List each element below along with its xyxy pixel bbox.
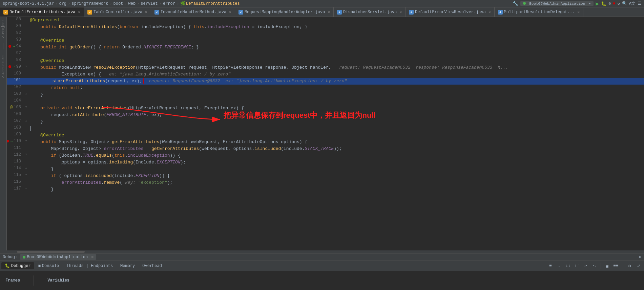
breadcrumb-item-jar[interactable]: spring-boot-2.4.1.jar	[3, 1, 54, 6]
tab-debugger[interactable]: 🐛 Debugger	[1, 262, 34, 269]
breadcrumb-item-org[interactable]: org	[59, 1, 66, 6]
line-code-92	[28, 30, 644, 37]
tab-icon-java4: J	[238, 10, 243, 15]
code-line-101: 101 storeErrorAttributes(request, ex); r…	[7, 78, 644, 85]
debug-run-icon[interactable]: 🐛	[601, 1, 606, 6]
toolbar-step-out-icon[interactable]: ↑↑	[573, 262, 581, 270]
tab-close-icon[interactable]: ✕	[78, 10, 80, 14]
console-label: Console	[42, 264, 59, 268]
toolbar-step-over-icon[interactable]: ↓	[555, 262, 563, 270]
breadcrumb-item-class[interactable]: DefaultErrorAttributes	[186, 1, 240, 6]
code-line-108: 108	[7, 125, 644, 132]
tab-invocablehandlermethod[interactable]: J InvocableHandlerMethod.java ✕	[151, 7, 235, 17]
toolbar-list-icon[interactable]: ≡≡	[612, 262, 620, 270]
debug-bar: Debug: Boot05WebAdminApplication ✕ ⚙	[0, 253, 644, 261]
tab-icon-java2: J	[87, 10, 92, 15]
menu-icon[interactable]: ☰	[638, 1, 641, 6]
tab-defaulterrorviewresolver[interactable]: J DefaultErrorViewResolver.java ✕	[406, 7, 494, 17]
sidebar-project-label[interactable]: Z-Project	[1, 18, 5, 39]
tab-requestmappinghandleradapter[interactable]: J RequestMappingHandlerAdapter.java ✕	[235, 7, 334, 17]
tab-close-icon3[interactable]: ✕	[229, 10, 231, 14]
debug-settings-icon[interactable]: ⚙	[639, 254, 641, 260]
toolbar-settings-icon[interactable]: ⚙	[626, 262, 634, 270]
debug-session-badge[interactable]: Boot05WebAdminApplication ✕	[20, 254, 96, 260]
breadcrumb-item-web[interactable]: web	[128, 1, 136, 6]
breadcrumb-item-error[interactable]: error	[163, 1, 175, 6]
tab-tablecontroller[interactable]: J TableController.java ✕	[84, 7, 151, 17]
toolbar-grid-icon[interactable]: ▣	[603, 262, 611, 270]
breadcrumb-bar: spring-boot-2.4.1.jar › org › springfram…	[0, 0, 644, 7]
line-num-117: 117	[7, 186, 24, 191]
tab-label: DefaultErrorAttributes.java	[9, 10, 75, 15]
code-line-117: 117 ▵ }	[7, 186, 644, 193]
tab-label: RequestMappingHandlerAdapter.java	[245, 10, 325, 15]
toolbar-rerun-icon[interactable]: ↩	[582, 262, 590, 270]
line-num-93: 93	[7, 37, 24, 42]
tab-defaulterrorattributes[interactable]: J DefaultErrorAttributes.java ✕	[0, 7, 84, 17]
line-num-110: →110	[7, 139, 24, 143]
top-bar-right: 🔧 Boot05WebAdminApplication ▾ ▶ 🐛 ⚙ ■ ↺ …	[513, 0, 641, 7]
toolbar-step-into-icon[interactable]: ↓↓	[564, 262, 572, 270]
editor-main: Z-Project Z-Structure 88 @Deprecated 89 …	[0, 17, 644, 250]
tab-close-icon5[interactable]: ✕	[399, 10, 402, 14]
line-code-109: @Override	[28, 132, 644, 139]
run-icon[interactable]: ▶	[596, 0, 599, 7]
console-icon: ▣	[38, 263, 41, 268]
tab-close-icon4[interactable]: ✕	[328, 10, 330, 14]
breadcrumb-item-springframework[interactable]: springframework	[71, 1, 108, 6]
toolbar-separator2	[622, 263, 622, 269]
tab-icon-java6: J	[409, 10, 414, 15]
breadcrumb-item-boot[interactable]: boot	[113, 1, 123, 6]
code-editor[interactable]: 88 @Deprecated 89 public DefaultErrorAtt…	[7, 17, 644, 250]
favicon-icon: 🌿	[180, 1, 185, 6]
line-num-103: 103	[7, 91, 24, 96]
line-num-105: @105	[7, 105, 24, 110]
code-line-97: 97	[7, 51, 644, 58]
debug-session-name: Boot05WebAdminApplication	[27, 255, 88, 260]
line-code-100: Exception ex) { ex: "java.lang.Arithmeti…	[28, 71, 644, 78]
code-line-112: 112 ▾ if (Boolean.TRUE.equals(this.inclu…	[7, 152, 644, 159]
code-area: 88 @Deprecated 89 public DefaultErrorAtt…	[7, 17, 644, 250]
line-code-116: errorAttributes.remove( key: "exception"…	[28, 179, 644, 186]
tab-threads-endpoints[interactable]: Threads | Endpoints	[63, 263, 116, 269]
code-line-88: 88 @Deprecated	[7, 17, 644, 24]
search-icon[interactable]: 🔍	[622, 1, 627, 6]
line-code-111: Map<String, Object> errorAttributes = ge…	[28, 146, 644, 152]
line-code-115: if (!options.isIncluded(Include.EXCEPTIO…	[28, 173, 644, 179]
tab-label: DispatcherServlet.java	[343, 10, 397, 15]
translate-icon[interactable]: A文	[629, 1, 636, 6]
breadcrumb-item-servlet[interactable]: servlet	[141, 1, 158, 6]
horizontal-scrollbar[interactable]	[0, 250, 644, 253]
app-dropdown-icon[interactable]: ▾	[589, 2, 591, 6]
toolbar-redo-icon[interactable]: ↪	[590, 262, 599, 270]
tab-icon-java7: J	[498, 10, 503, 15]
line-num-109: 109	[7, 132, 24, 137]
code-line-104: 104	[7, 98, 644, 105]
code-line-103: 103 ▵ }	[7, 91, 644, 98]
tab-dispatcherservlet[interactable]: J DispatcherServlet.java ✕	[334, 7, 406, 17]
tab-overhead[interactable]: Overhead	[139, 263, 165, 269]
reload-icon[interactable]: ↺	[618, 1, 620, 6]
scrollbar-thumb[interactable]	[17, 251, 85, 253]
line-num-111: 111	[7, 146, 24, 150]
variables-label: Variables	[47, 278, 69, 283]
tab-multipartresolution[interactable]: J MultipartResolutionDelegat... ✕	[495, 7, 583, 17]
settings-icon[interactable]: ⚙	[608, 1, 611, 6]
debug-session-close[interactable]: ✕	[91, 254, 94, 260]
toolbar-expand-icon[interactable]: ⤢	[635, 262, 643, 270]
app-name-badge[interactable]: Boot05WebAdminApplication ▾	[520, 1, 594, 6]
tab-close-icon6[interactable]: ✕	[489, 10, 491, 14]
stop-icon[interactable]: ■	[613, 1, 615, 6]
toolbar-align-icon[interactable]: ≡	[546, 262, 555, 270]
line-code-88: @Deprecated	[28, 17, 644, 24]
line-num-94: →94	[7, 44, 24, 49]
code-line-89: 89 public DefaultErrorAttributes(boolean…	[7, 24, 644, 30]
sidebar-structure-label[interactable]: Z-Structure	[1, 54, 5, 79]
line-num-89: 89	[7, 24, 24, 28]
line-code-94: public int getOrder() { return Ordered.H…	[28, 44, 644, 51]
tab-console[interactable]: ▣ Console	[35, 262, 63, 269]
tab-memory[interactable]: Memory	[117, 263, 138, 269]
tab-close-icon7[interactable]: ✕	[577, 10, 580, 14]
line-num-115: 115	[7, 173, 24, 177]
tab-close-icon2[interactable]: ✕	[145, 10, 147, 14]
